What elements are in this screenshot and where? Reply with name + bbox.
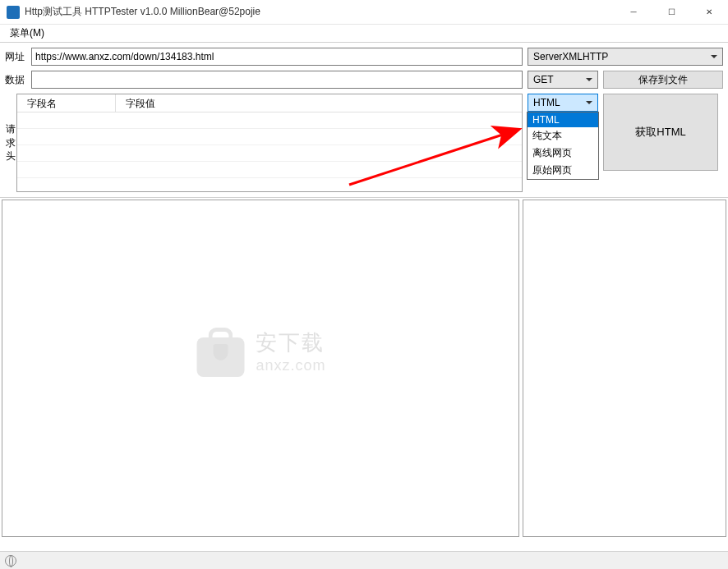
results-area: 安下载 anxz.com <box>0 197 728 539</box>
watermark-icon <box>195 326 246 377</box>
watermark: 安下载 anxz.com <box>195 326 325 377</box>
left-form: 网址 数据 请 求 头 字段名 字段值 <box>5 48 523 192</box>
menubar: 菜单(M) <box>0 25 728 43</box>
close-button[interactable]: ✕ <box>690 0 728 25</box>
top-panel: 网址 数据 请 求 头 字段名 字段值 <box>0 43 728 197</box>
result-left-pane[interactable]: 安下载 anxz.com <box>2 200 519 537</box>
method-select[interactable]: GET <box>528 71 598 89</box>
menu-item[interactable]: 菜单(M) <box>5 25 49 42</box>
headers-label: 请 求 头 <box>5 94 16 192</box>
format-option-offline[interactable]: 离线网页 <box>528 145 598 162</box>
format-option-html[interactable]: HTML <box>528 112 598 127</box>
table-row[interactable] <box>17 162 522 178</box>
result-right-pane[interactable] <box>523 200 726 537</box>
minimize-button[interactable]: ─ <box>615 0 652 25</box>
url-label: 网址 <box>5 48 28 66</box>
table-row[interactable] <box>17 145 522 162</box>
data-label: 数据 <box>5 71 28 89</box>
header-col-name[interactable]: 字段名 <box>17 94 116 112</box>
window-controls: ─ ☐ ✕ <box>615 0 728 25</box>
statusbar <box>0 551 728 569</box>
globe-icon <box>5 555 16 567</box>
save-button[interactable]: 保存到文件 <box>603 71 723 89</box>
header-col-value[interactable]: 字段值 <box>116 94 522 112</box>
table-row[interactable] <box>17 112 522 129</box>
maximize-button[interactable]: ☐ <box>652 0 690 25</box>
engine-select[interactable]: ServerXMLHTTP <box>528 48 723 66</box>
url-input[interactable] <box>31 48 523 66</box>
fetch-button[interactable]: 获取HTML <box>603 94 718 171</box>
format-option-plaintext[interactable]: 纯文本 <box>528 127 598 145</box>
format-option-raw[interactable]: 原始网页 <box>528 162 598 179</box>
data-input[interactable] <box>31 71 523 89</box>
table-row[interactable] <box>17 129 522 145</box>
format-dropdown: HTML 纯文本 离线网页 原始网页 <box>527 112 599 180</box>
window-title: Http测试工具 HTTPTester v1.0.0 MillionBear@5… <box>25 5 615 19</box>
headers-table[interactable]: 字段名 字段值 <box>16 94 523 192</box>
app-icon <box>7 6 20 19</box>
format-select[interactable]: HTML <box>528 94 598 112</box>
right-controls: ServerXMLHTTP GET 保存到文件 HTML HTML 纯文本 离线… <box>528 48 723 192</box>
titlebar: Http测试工具 HTTPTester v1.0.0 MillionBear@5… <box>0 0 728 25</box>
